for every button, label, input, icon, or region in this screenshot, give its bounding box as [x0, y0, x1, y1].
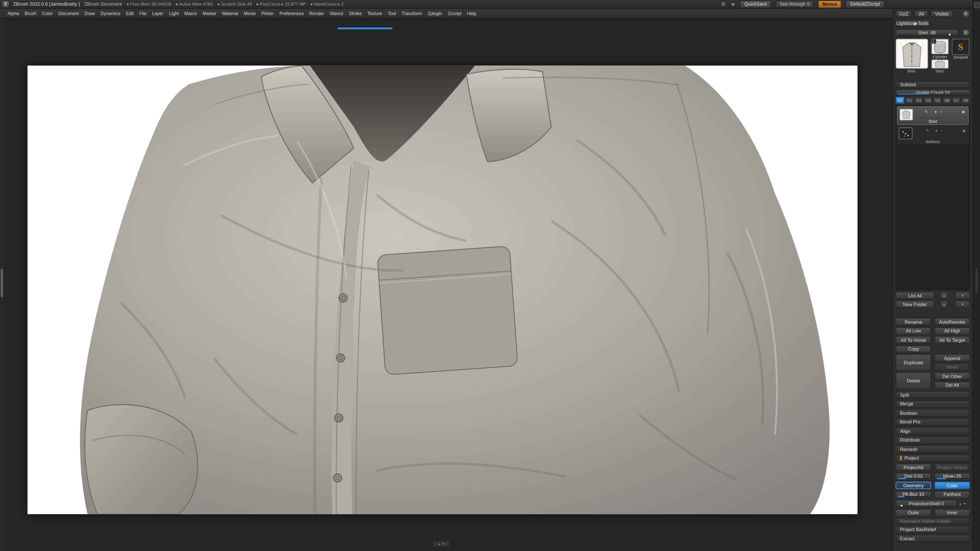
tab-v5[interactable]: V5 — [933, 97, 942, 104]
canvas-left-scrollbar-thumb[interactable] — [0, 268, 3, 297]
menu-item-help[interactable]: Help — [467, 11, 476, 16]
geometry-toggle[interactable]: Geometry — [896, 482, 931, 489]
project-history-button[interactable]: Project History — [934, 464, 970, 471]
tab-v7[interactable]: V7 — [952, 97, 961, 104]
list-all-button[interactable]: List All — [896, 292, 934, 299]
menu-item-picker[interactable]: Picker — [261, 11, 274, 16]
canvas-bottom-grip[interactable]: ▲ ▼ — [433, 540, 450, 547]
remesh-section-header[interactable]: Remesh — [896, 445, 970, 453]
quicksave-button[interactable]: QuickSave — [740, 0, 772, 8]
farthest-toggle[interactable]: Farthest — [934, 491, 970, 498]
subtool-move-down-button[interactable]: ▼ — [955, 292, 970, 299]
default-zscript-button[interactable]: DefaultZScript — [846, 0, 885, 8]
lightbox-tools-button[interactable]: Lightbox▶Tools — [896, 20, 929, 27]
insert-button[interactable]: Insert — [934, 363, 970, 371]
autoreorder-button[interactable]: AutoReorder — [934, 318, 970, 326]
project-all-button[interactable]: ProjectAll — [896, 464, 931, 471]
reproject-higher-subdiv-button[interactable]: Reproject Higher Subdiv — [896, 518, 970, 524]
tool-r-icon[interactable]: R — [962, 29, 970, 37]
visible-count-slider[interactable]: Visible Count 10 — [896, 89, 970, 95]
menu-item-light[interactable]: Light — [169, 11, 179, 16]
grid-icon[interactable]: ⊞ — [721, 1, 726, 7]
inner-toggle[interactable]: Inner — [934, 509, 970, 516]
tab-v1[interactable]: V1 — [896, 97, 904, 104]
goz-all-button[interactable]: All — [915, 11, 928, 17]
folder-down-button[interactable]: ▼ — [955, 300, 970, 308]
goz-visible-button[interactable]: Visible — [931, 11, 953, 17]
right-edge-tray[interactable] — [973, 0, 980, 551]
menu-item-draw[interactable]: Draw — [84, 11, 95, 16]
cylinder-tool-thumbnail[interactable]: 2 — [931, 39, 949, 55]
goz-button[interactable]: GoZ — [896, 11, 912, 17]
delete-button[interactable]: Delete — [896, 372, 931, 389]
tray-grip[interactable] — [976, 268, 977, 294]
tab-v3[interactable]: V3 — [915, 97, 923, 104]
tab-v8[interactable]: V8 — [961, 97, 970, 104]
menu-item-stencil[interactable]: Stencil — [330, 11, 343, 16]
shell-down-icon[interactable]: ▾ — [964, 502, 966, 506]
extract-section-header[interactable]: Extract — [896, 535, 970, 542]
subtool-thumbnail[interactable] — [899, 127, 913, 140]
diamond-icon[interactable]: ◈ — [730, 1, 735, 7]
menu-item-file[interactable]: File — [139, 11, 146, 16]
subtool-thumbnail[interactable] — [899, 109, 913, 121]
menu-item-brush[interactable]: Brush — [24, 11, 36, 16]
polypaint-off-icon[interactable]: ○ — [940, 128, 942, 133]
polypaint-on-icon[interactable]: ● — [935, 128, 937, 133]
menu-item-transform[interactable]: Transform — [402, 11, 422, 16]
dist-slider[interactable]: Dist 0.02 — [896, 473, 931, 480]
merge-section-header[interactable]: Merge — [896, 400, 970, 408]
canvas-left-scrollbar-track[interactable] — [0, 19, 3, 551]
tab-v2[interactable]: V2 — [905, 97, 914, 104]
menu-item-layer[interactable]: Layer — [152, 11, 163, 16]
subtool-section-header[interactable]: Subtool — [896, 81, 970, 88]
menu-item-preferences[interactable]: Preferences — [280, 11, 304, 16]
outer-toggle[interactable]: Outer — [896, 509, 931, 516]
duplicate-button[interactable]: Duplicate — [896, 354, 931, 371]
tab-v4[interactable]: V4 — [924, 97, 932, 104]
rename-button[interactable]: Rename — [896, 318, 931, 326]
menu-item-tool[interactable]: Tool — [388, 11, 396, 16]
all-to-target-button[interactable]: All To Target — [934, 336, 970, 344]
eye-icon[interactable]: ◉ — [962, 110, 965, 114]
menu-item-document[interactable]: Document — [59, 11, 79, 16]
menu-item-zplugin[interactable]: Zplugin — [428, 11, 442, 16]
canvas[interactable]: ▲ ▼ — [0, 19, 892, 551]
projection-shell-slider[interactable]: ProjectionShell 0 — [896, 500, 957, 507]
subtool-item-buttons[interactable]: ✎ ● ○ ◉ buttons — [897, 125, 969, 144]
menu-item-color[interactable]: Color — [42, 11, 53, 16]
menu-item-material[interactable]: Material — [222, 11, 238, 16]
append-button[interactable]: Append — [934, 354, 970, 362]
document-viewport[interactable] — [27, 65, 858, 514]
subtool-move-up-button[interactable]: ▲ — [940, 292, 948, 299]
tray-toggle-handle[interactable] — [974, 2, 980, 8]
project-basrelief-section-header[interactable]: Project BasRelief — [896, 526, 970, 533]
eye-icon[interactable]: ◉ — [962, 128, 966, 133]
menu-item-stroke[interactable]: Stroke — [349, 11, 362, 16]
del-all-button[interactable]: Del All — [934, 381, 970, 389]
subtool-list[interactable]: ✎ ● ○ ◉ Shirt ✎ ● ○ ◉ buttons — [896, 105, 970, 290]
brush-icon[interactable]: ✎ — [925, 128, 929, 133]
menus-button[interactable]: Menus — [818, 0, 842, 8]
polypaint-on-icon[interactable]: ● — [935, 110, 937, 114]
folder-up-button[interactable]: ▲ — [940, 300, 948, 308]
menu-item-macro[interactable]: Macro — [185, 11, 197, 16]
split-section-header[interactable]: Split — [896, 391, 970, 399]
simplebrush-tool-thumbnail[interactable]: S — [952, 39, 969, 55]
shirt-tool-thumbnail-small[interactable] — [931, 59, 949, 68]
color-toggle[interactable]: Color — [934, 482, 970, 489]
distribute-section-header[interactable]: Distribute — [896, 437, 970, 444]
boolean-section-header[interactable]: Boolean — [896, 409, 970, 416]
menu-item-edit[interactable]: Edit — [126, 11, 134, 16]
align-section-header[interactable]: Align — [896, 427, 970, 435]
menu-item-zscript[interactable]: Zscript — [448, 11, 461, 16]
menu-item-dynamics[interactable]: Dynamics — [100, 11, 120, 16]
selected-tool-thumbnail[interactable] — [896, 39, 928, 69]
del-other-button[interactable]: Del Other — [934, 372, 970, 380]
new-folder-button[interactable]: New Folder — [896, 300, 934, 308]
brush-icon[interactable]: ✎ — [925, 110, 928, 114]
mean-slider[interactable]: Mean 25 — [934, 473, 970, 480]
all-to-home-button[interactable]: All To Home — [896, 336, 931, 344]
subtool-item-shirt[interactable]: ✎ ● ○ ◉ Shirt — [897, 106, 969, 125]
restore-config-icon[interactable]: R — [962, 10, 970, 18]
